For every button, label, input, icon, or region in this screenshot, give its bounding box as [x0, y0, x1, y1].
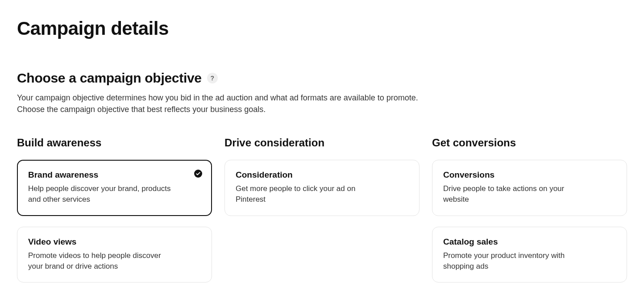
help-icon[interactable]: ? — [207, 73, 218, 83]
column-drive-consideration: Drive consideration Consideration Get mo… — [224, 137, 420, 293]
column-build-awareness: Build awareness Brand awareness Help peo… — [17, 137, 212, 293]
card-title: Conversions — [443, 170, 616, 180]
card-description: Promote videos to help people discover y… — [28, 250, 175, 272]
card-description: Promote your product inventory with shop… — [443, 250, 590, 272]
card-video-views[interactable]: Video views Promote videos to help peopl… — [17, 227, 212, 283]
column-get-conversions: Get conversions Conversions Drive people… — [432, 137, 627, 293]
section-heading-row: Choose a campaign objective ? — [17, 71, 627, 86]
card-description: Help people discover your brand, product… — [28, 183, 175, 205]
card-title: Catalog sales — [443, 237, 616, 247]
column-title-awareness: Build awareness — [17, 137, 212, 149]
card-title: Consideration — [236, 170, 408, 180]
card-brand-awareness[interactable]: Brand awareness Help people discover you… — [17, 160, 212, 216]
card-description: Get more people to click your ad on Pint… — [236, 183, 383, 205]
section-heading: Choose a campaign objective — [17, 71, 202, 86]
page-title: Campaign details — [17, 18, 627, 39]
checkmark-icon — [194, 170, 202, 178]
card-consideration[interactable]: Consideration Get more people to click y… — [224, 160, 420, 216]
objective-columns: Build awareness Brand awareness Help peo… — [17, 137, 627, 293]
card-title: Video views — [28, 237, 201, 247]
card-catalog-sales[interactable]: Catalog sales Promote your product inven… — [432, 227, 627, 283]
card-conversions[interactable]: Conversions Drive people to take actions… — [432, 160, 627, 216]
card-description: Drive people to take actions on your web… — [443, 183, 590, 205]
column-title-consideration: Drive consideration — [224, 137, 420, 149]
column-title-conversions: Get conversions — [432, 137, 627, 149]
card-title: Brand awareness — [28, 170, 201, 180]
section-description: Your campaign objective determines how y… — [17, 92, 419, 115]
